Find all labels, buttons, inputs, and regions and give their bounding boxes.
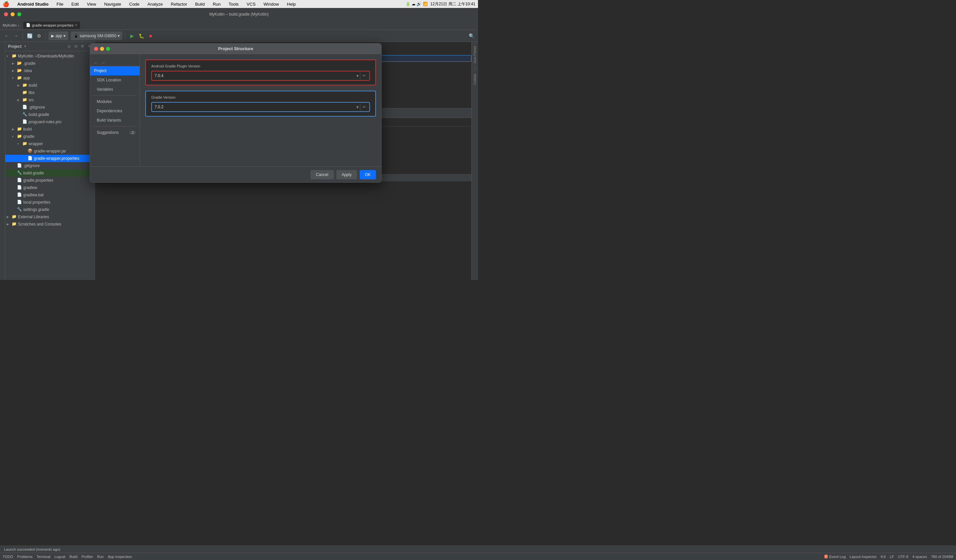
menu-tools[interactable]: Tools	[227, 2, 240, 7]
nav-item-modules[interactable]: Modules	[90, 97, 140, 106]
tree-item-gradle-wrapper-props[interactable]: 📄 gradle-wrapper.properties	[5, 155, 95, 162]
tree-item-gradlew-bat[interactable]: 📄 gradlew.bat	[5, 191, 95, 199]
menu-build[interactable]: Build	[194, 2, 206, 7]
menu-window[interactable]: Window	[262, 2, 280, 7]
dialog-forward-btn[interactable]: →	[100, 60, 106, 66]
file-icon: 📄	[17, 192, 22, 198]
folder-icon: 📁	[22, 90, 28, 95]
tree-item-scratches[interactable]: ▶ 📁 Scratches and Consoles	[5, 221, 95, 228]
menubar-icons: 🔋 ☁ 🔊 📶	[406, 2, 428, 6]
folder-yellow-icon: 📁	[17, 134, 22, 139]
tab-gradle-wrapper[interactable]: 📄 gradle-wrapper.properties ✕	[23, 22, 80, 29]
close-button[interactable]	[4, 12, 8, 16]
ok-button[interactable]: OK	[360, 170, 376, 179]
apple-icon[interactable]: 🍎	[3, 1, 9, 7]
panel-title: Project	[8, 44, 22, 49]
window-controls[interactable]	[4, 12, 21, 16]
dialog-back-btn[interactable]: ←	[93, 60, 99, 66]
panel-dropdown[interactable]: ▾	[24, 44, 26, 49]
tree-item-proguard[interactable]: 📄 proguard-rules.pro	[5, 118, 95, 125]
menu-file[interactable]: File	[55, 2, 65, 7]
menu-refactor[interactable]: Refactor	[170, 2, 189, 7]
dialog-close-btn[interactable]	[94, 47, 98, 51]
gradle-version-select[interactable]: 7.0.2 ▾ ✏	[151, 102, 370, 112]
tree-item-src[interactable]: ▶ 📁 src	[5, 96, 95, 104]
stop-btn[interactable]: ■	[146, 32, 154, 40]
menu-vcs[interactable]: VCS	[245, 2, 257, 7]
folder-icon: 📁	[22, 97, 28, 103]
sync-btn[interactable]: 🔄	[25, 32, 33, 40]
expand-arrow: ▾	[7, 55, 11, 58]
cancel-button[interactable]: Cancel	[310, 170, 333, 179]
tree-item-idea[interactable]: ▶ 📂 .idea	[5, 67, 95, 74]
device-selector[interactable]: 📱 samsung SM-G8850 ▾	[71, 31, 122, 40]
tree-item-gradlew[interactable]: 📄 gradlew	[5, 184, 95, 191]
tree-item-mykotlin[interactable]: ▾ 📁 MyKotlin ~/Downloads/MyKotlin	[5, 52, 95, 60]
nav-item-project[interactable]: Project	[90, 66, 140, 75]
dialog-window-controls[interactable]	[94, 47, 110, 51]
tree-item-libs[interactable]: 📁 libs	[5, 89, 95, 96]
tree-item-settings-gradle[interactable]: 🔧 settings.gradle	[5, 206, 95, 213]
settings-btn[interactable]: ⚙	[35, 32, 43, 40]
forward-btn[interactable]: →	[12, 32, 20, 40]
maximize-button[interactable]	[17, 12, 21, 16]
tree-label: build	[28, 83, 37, 88]
json-parser-label[interactable]: Json Parser	[472, 44, 477, 65]
tree-label: build	[23, 127, 31, 132]
menu-edit[interactable]: Edit	[70, 2, 80, 7]
menu-code[interactable]: Code	[128, 2, 141, 7]
nav-item-dependencies[interactable]: Dependencies	[90, 106, 140, 116]
search-btn[interactable]: 🔍	[467, 32, 475, 40]
tree-item-build-root[interactable]: ▶ 📁 build	[5, 125, 95, 133]
tree-item-gradle-root[interactable]: ▾ 📁 gradle	[5, 133, 95, 140]
debug-btn[interactable]: 🐛	[137, 32, 145, 40]
menu-run[interactable]: Run	[211, 2, 222, 7]
tree-item-build-gradle-root[interactable]: 🔧 build.gradle	[5, 169, 95, 177]
menu-help[interactable]: Help	[286, 2, 297, 7]
project-structure-dialog[interactable]: Project Structure ← → Project SDK Locati…	[90, 43, 382, 183]
expand-arrow: ▾	[12, 135, 16, 138]
dialog-max-btn[interactable]	[106, 47, 110, 51]
gradle-version-edit-btn[interactable]: ✏	[360, 103, 368, 111]
apply-button[interactable]: Apply	[336, 170, 357, 179]
agp-select[interactable]: 7.0.4 ▾ ✏	[151, 71, 370, 81]
panel-settings-btn[interactable]: ⚙	[79, 44, 85, 50]
dialog-header: Project Structure	[90, 44, 381, 54]
agp-edit-btn[interactable]: ✏	[360, 72, 368, 80]
tree-item-build-app[interactable]: ▶ 📁 build	[5, 82, 95, 89]
run-config-selector[interactable]: ▶ app ▾	[49, 31, 68, 40]
locate-btn[interactable]: ◎	[66, 44, 72, 50]
tree-item-gradle-hidden[interactable]: ▶ 📂 .gradle	[5, 60, 95, 67]
tree-item-gradle-props[interactable]: 📄 gradle.properties	[5, 177, 95, 184]
tree-item-wrapper[interactable]: ▾ 📁 wrapper	[5, 140, 95, 147]
tree-item-gradle-wrapper-jar[interactable]: 📦 gradle-wrapper.jar	[5, 147, 95, 155]
tree-label: local.properties	[23, 200, 50, 205]
back-btn[interactable]: ←	[3, 32, 11, 40]
gradle-version-dropdown-arrow[interactable]: ▾	[356, 104, 358, 110]
tree-item-gitignore-root[interactable]: 📄 .gitignore	[5, 162, 95, 169]
menu-android-studio[interactable]: Android Studio	[16, 2, 50, 7]
nav-item-suggestions[interactable]: Suggestions 2	[90, 128, 140, 137]
dialog-min-btn[interactable]	[100, 47, 104, 51]
tree-item-app[interactable]: ▾ 📁 app	[5, 74, 95, 82]
codota-label[interactable]: Codota	[472, 73, 477, 86]
tree-item-external-libs[interactable]: ▶ 📁 External Libraries	[5, 213, 95, 221]
tab-close-btn[interactable]: ✕	[75, 23, 77, 27]
tree-item-build-gradle-app[interactable]: 🔧 build.gradle	[5, 111, 95, 118]
tree-item-local-props[interactable]: 📄 local.properties	[5, 199, 95, 206]
menu-view[interactable]: View	[85, 2, 97, 7]
menu-analyze[interactable]: Analyze	[146, 2, 164, 7]
tree-item-gitignore-app[interactable]: 📄 .gitignore	[5, 104, 95, 111]
nav-item-variables[interactable]: Variables	[90, 85, 140, 94]
collapse-btn[interactable]: ⊟	[73, 44, 79, 50]
menu-navigate[interactable]: Navigate	[103, 2, 122, 7]
nav-item-sdk[interactable]: SDK Location	[90, 75, 140, 85]
menubar: 🍎 Android Studio File Edit View Navigate…	[0, 0, 478, 8]
expand-arrow: ▶	[7, 215, 11, 218]
run-btn[interactable]: ▶	[128, 32, 136, 40]
run-config-icon: ▶	[51, 33, 54, 38]
nav-item-build-variants[interactable]: Build Variants	[90, 116, 140, 125]
minimize-button[interactable]	[11, 12, 15, 16]
file-icon: 📄	[17, 185, 22, 190]
agp-dropdown-arrow[interactable]: ▾	[356, 73, 358, 78]
